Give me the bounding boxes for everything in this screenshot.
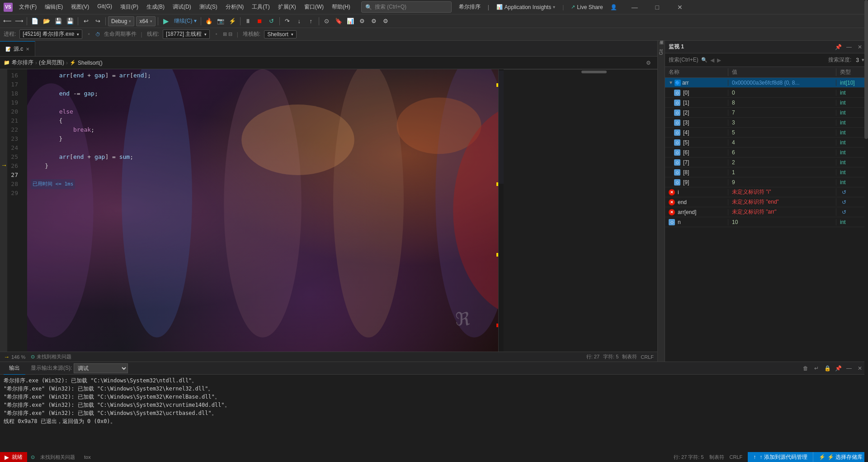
- output-wrap-btn[interactable]: ↵: [812, 364, 821, 373]
- watch-scrollbar-track[interactable]: [864, 78, 868, 362]
- toolbar-perf[interactable]: ⚡: [227, 16, 238, 27]
- watch-nav-next[interactable]: ▶: [717, 57, 721, 63]
- menu-analyze[interactable]: 分析(N): [222, 2, 248, 12]
- minimize-button[interactable]: —: [624, 0, 645, 14]
- horizontal-scrollbar[interactable]: [504, 69, 657, 74]
- live-share-button[interactable]: ↗ Live Share: [571, 4, 603, 10]
- user-icon[interactable]: 👤: [610, 4, 617, 10]
- output-source-select[interactable]: 调试: [74, 363, 128, 373]
- toolbar-new-project[interactable]: 📄: [29, 16, 40, 27]
- output-clear-btn[interactable]: 🗑: [801, 364, 810, 373]
- status-select-repo[interactable]: ⚡ ⚡ 选择存储库: [813, 452, 868, 462]
- toolbar-stop[interactable]: ⏹: [255, 16, 265, 27]
- watch-item-arr-8[interactable]: ◇ [8] 1 int: [665, 167, 868, 177]
- config-dropdown[interactable]: Debug ▾: [108, 16, 134, 26]
- watch-collapse-btn[interactable]: —: [844, 43, 854, 52]
- watch-nav-prev[interactable]: ◀: [710, 57, 714, 63]
- output-pin-btn[interactable]: 📌: [834, 364, 843, 373]
- watch-item-arr-7[interactable]: ◇ [7] 2 int: [665, 157, 868, 167]
- toolbar-step-into[interactable]: ↓: [294, 16, 305, 27]
- app-insights-button[interactable]: 📊 Application Insights ▾: [496, 4, 555, 10]
- output-lock-btn[interactable]: 🔒: [823, 364, 832, 373]
- toolbar-restart[interactable]: ↺: [266, 16, 277, 27]
- git-changes-tab[interactable]: Git 更改: [657, 44, 665, 59]
- toolbar-undo[interactable]: ↩: [80, 16, 91, 27]
- watch-item-i[interactable]: ✕ i 未定义标识符 "i" ↺: [665, 187, 868, 197]
- toolbar-hot-reload[interactable]: 🔥: [203, 16, 214, 27]
- menu-build[interactable]: 生成(B): [143, 2, 168, 12]
- toolbar-step-over[interactable]: ↷: [282, 16, 293, 27]
- lifecycle-icon[interactable]: ⏱: [95, 32, 100, 37]
- tab-source-c[interactable]: 📝 源.c ✕: [0, 41, 35, 56]
- watch-item-arr-1[interactable]: ◇ [1] 8 int: [665, 98, 868, 108]
- output-collapse-btn[interactable]: —: [844, 364, 854, 373]
- watch-scrollbar-thumb[interactable]: [864, 78, 868, 139]
- watch-pin-btn[interactable]: 📌: [834, 43, 843, 52]
- menu-extensions[interactable]: 扩展(X): [274, 2, 300, 12]
- menu-tools[interactable]: 工具(T): [248, 2, 273, 12]
- toolbar-more2[interactable]: ⚙: [368, 16, 379, 27]
- tab-close-button[interactable]: ✕: [26, 47, 29, 52]
- thread-dropdown[interactable]: [18772] 主线程 ▾: [163, 29, 210, 39]
- watch-item-arr-end[interactable]: ✕ arr[end] 未定义标识符 "arr" ↺: [665, 207, 868, 217]
- watch-item-end[interactable]: ✕ end 未定义标识符 "end" ↺: [665, 197, 868, 207]
- output-close-btn[interactable]: ✕: [855, 364, 864, 373]
- menu-git[interactable]: Git(G): [94, 2, 116, 12]
- code-display[interactable]: arr[end + gap] = arr[end]; end -= gap; e…: [27, 69, 498, 200]
- toolbar-diag[interactable]: 📊: [345, 16, 356, 27]
- process-dropdown[interactable]: [45216] 希尔排序.exe ▾: [19, 29, 82, 39]
- watch-close-btn[interactable]: ✕: [855, 43, 864, 52]
- code-content-area[interactable]: arr[end + gap] = arr[end]; end -= gap; e…: [27, 69, 498, 352]
- toolbar-step-out[interactable]: ↑: [306, 16, 316, 27]
- menu-project[interactable]: 项目(P): [117, 2, 142, 12]
- breadcrumb-scope[interactable]: (全局范围): [39, 59, 64, 67]
- toolbar-more1[interactable]: ⚙: [357, 16, 368, 27]
- watch-item-arr-4[interactable]: ◇ [4] 5 int: [665, 128, 868, 138]
- toolbar-snapshot[interactable]: 📷: [215, 16, 226, 27]
- status-add-source[interactable]: ↑ ↑ 添加到源代码管理: [748, 452, 812, 462]
- watch-item-arr-2[interactable]: ◇ [2] 7 int: [665, 108, 868, 118]
- close-button[interactable]: ✕: [670, 0, 690, 14]
- toolbar-more3[interactable]: ⚙: [380, 16, 391, 27]
- breadcrumb-project[interactable]: 希尔排序: [12, 59, 33, 67]
- toolbar-save-all[interactable]: 💾: [65, 16, 75, 27]
- toolbar-open[interactable]: 📂: [41, 16, 52, 27]
- toolbar-back[interactable]: ⟵: [2, 16, 13, 27]
- watch-item-arr-3[interactable]: ◇ [3] 3 int: [665, 118, 868, 128]
- toolbar-forward[interactable]: ⟶: [14, 16, 24, 27]
- end-refresh[interactable]: ↺: [842, 199, 846, 205]
- toolbar-pause[interactable]: ⏸: [243, 16, 254, 27]
- watch-item-arr[interactable]: ▼ 🔷 arr 0x000000a3e6fcf8d8 {0, 8... int[…: [665, 78, 868, 88]
- watch-item-arr-5[interactable]: ◇ [5] 4 int: [665, 138, 868, 148]
- arr-expand-arrow[interactable]: ▼: [669, 80, 673, 85]
- output-content[interactable]: 希尔排序.exe (Win32): 已加载 "C:\Windows\System…: [0, 375, 868, 452]
- menu-view[interactable]: 视图(V): [67, 2, 93, 12]
- menu-edit[interactable]: 编辑(E): [41, 2, 66, 12]
- i-refresh[interactable]: ↺: [842, 189, 846, 195]
- watch-item-n[interactable]: ◇ n 10 int: [665, 217, 868, 227]
- continue-button[interactable]: ▶: [160, 16, 171, 27]
- maximize-button[interactable]: □: [647, 0, 668, 14]
- menu-test[interactable]: 测试(S): [196, 2, 221, 12]
- watch-item-arr-0[interactable]: ◇ [0] 0 int: [665, 88, 868, 98]
- menu-help[interactable]: 帮助(H): [328, 2, 354, 12]
- watch-item-arr-6[interactable]: ◇ [6] 6 int: [665, 148, 868, 157]
- h-scrollbar-track[interactable]: [531, 71, 657, 73]
- output-tab[interactable]: 输出: [4, 362, 25, 375]
- editor-settings-btn[interactable]: ⚙: [643, 57, 654, 68]
- h-scrollbar-thumb[interactable]: [581, 71, 607, 73]
- menu-window[interactable]: 窗口(W): [301, 2, 327, 12]
- watch-item-arr-9[interactable]: ◇ [9] 9 int: [665, 177, 868, 187]
- breadcrumb-func[interactable]: Shellsort(): [78, 60, 103, 66]
- continue-label-btn[interactable]: 继续(C) ▾: [172, 16, 198, 27]
- menu-file[interactable]: 文件(F): [15, 2, 40, 12]
- toolbar-redo[interactable]: ↪: [92, 16, 103, 27]
- frame-dropdown[interactable]: Shellsort ▾: [264, 30, 297, 38]
- platform-dropdown[interactable]: x64 ▾: [136, 16, 155, 26]
- breakpoint-bar[interactable]: →: [0, 69, 7, 352]
- toolbar-bookmarks[interactable]: 🔖: [333, 16, 344, 27]
- arr-end-refresh[interactable]: ↺: [842, 209, 846, 215]
- toolbar-save[interactable]: 💾: [53, 16, 64, 27]
- toolbar-breakpoints[interactable]: ⊙: [321, 16, 332, 27]
- menu-debug[interactable]: 调试(D): [169, 2, 195, 12]
